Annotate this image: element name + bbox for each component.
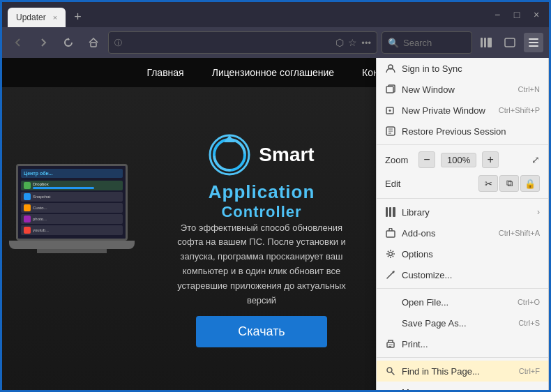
print-label: Print... (402, 339, 540, 349)
app-subtitle-2: Controller (221, 203, 301, 221)
open-file-shortcut: Ctrl+O (518, 298, 540, 306)
svg-point-19 (389, 252, 393, 256)
svg-rect-15 (386, 207, 388, 217)
menu-item-options[interactable]: Options (377, 243, 548, 264)
sync-button[interactable] (500, 33, 520, 52)
search-icon: 🔍 (388, 38, 399, 48)
edit-icons: ✂ ⧉ 🔒 (478, 175, 540, 192)
addons-icon (385, 227, 396, 239)
private-window-shortcut: Ctrl+Shift+P (499, 106, 540, 114)
copy-button[interactable]: ⧉ (499, 175, 519, 192)
open-file-label: Open File... (402, 297, 512, 308)
customize-icon (385, 269, 396, 280)
zoom-expand-button[interactable]: ⤢ (531, 154, 540, 165)
restore-icon (385, 126, 396, 137)
svg-rect-18 (386, 231, 395, 237)
menu-item-addons[interactable]: Add-ons Ctrl+Shift+A (377, 223, 548, 243)
menu-item-find[interactable]: Find in This Page... Ctrl+F (377, 361, 548, 382)
security-icon: ⓘ (114, 38, 122, 48)
window-controls: − □ × (490, 8, 543, 22)
app-subtitle-1: Application (209, 181, 315, 203)
menu-item-more[interactable]: More › (377, 382, 548, 392)
browser-menu: Sign in to Sync New Window Ctrl+N New Pr… (376, 58, 549, 392)
svg-rect-16 (389, 207, 391, 217)
menu-item-customize[interactable]: Customize... (377, 264, 548, 285)
menu-item-private-window[interactable]: New Private Window Ctrl+Shift+P (377, 100, 548, 121)
menu-item-print[interactable]: Print... (377, 333, 548, 354)
private-window-icon (385, 105, 396, 116)
zoom-minus-button[interactable]: − (418, 151, 435, 168)
cut-button[interactable]: ✂ (478, 175, 498, 192)
addons-label: Add-ons (402, 228, 493, 239)
save-page-shortcut: Ctrl+S (518, 319, 540, 327)
active-tab[interactable]: Updater × (8, 8, 66, 27)
menu-divider-4 (377, 357, 548, 358)
laptop-stand (37, 249, 107, 253)
tab-close-button[interactable]: × (53, 13, 57, 22)
zoom-value: 100% (441, 153, 476, 167)
svg-rect-3 (488, 38, 492, 47)
laptop-base (9, 241, 135, 249)
reload-button[interactable] (58, 32, 79, 53)
zoom-label: Zoom (385, 155, 413, 165)
svg-rect-5 (529, 38, 538, 40)
options-label: Options (402, 249, 540, 259)
find-label: Find in This Page... (402, 366, 513, 377)
back-button[interactable] (8, 32, 29, 53)
download-button[interactable]: Скачать (196, 316, 327, 347)
svg-rect-23 (388, 346, 391, 347)
laptop-screen: Центр обн... Dropbox Sna (16, 164, 128, 241)
menu-divider-3 (377, 288, 548, 289)
menu-item-restore-session[interactable]: Restore Previous Session (377, 121, 548, 142)
menu-item-open-file[interactable]: Open File... Ctrl+O (377, 292, 548, 312)
search-box[interactable]: 🔍 (382, 31, 472, 54)
zoom-control: Zoom − 100% + ⤢ (377, 148, 548, 172)
library-button[interactable] (476, 33, 496, 52)
more-menu-icon (385, 386, 396, 392)
save-page-label: Save Page As... (402, 318, 513, 329)
tab-area: Updater × + (8, 2, 87, 27)
more-label: More (402, 387, 531, 393)
library-menu-icon (385, 206, 396, 218)
open-file-icon (385, 296, 396, 308)
title-bar: Updater × + − □ × (2, 2, 549, 27)
menu-item-save-page[interactable]: Save Page As... Ctrl+S (377, 312, 548, 333)
menu-divider-2 (377, 198, 548, 199)
menu-item-library[interactable]: Library › (377, 202, 548, 223)
find-icon (385, 365, 396, 377)
menu-button[interactable] (524, 33, 543, 52)
more-icon[interactable]: ••• (361, 38, 371, 48)
more-arrow: › (537, 387, 540, 392)
close-button[interactable]: × (529, 8, 543, 22)
nav-license-link[interactable]: Лицензионное соглашение (212, 67, 334, 78)
zoom-plus-button[interactable]: + (482, 151, 499, 168)
nav-home-link[interactable]: Главная (146, 67, 183, 78)
search-input[interactable] (403, 38, 466, 48)
menu-divider-1 (377, 144, 548, 145)
bookmark-icon[interactable]: ☆ (348, 37, 357, 48)
address-bar[interactable]: ⓘ ⬡ ☆ ••• (108, 31, 377, 54)
new-window-shortcut: Ctrl+N (518, 85, 540, 93)
paste-button[interactable]: 🔒 (520, 175, 540, 192)
app-logo-row: Smart (209, 134, 314, 176)
library-arrow: › (537, 207, 540, 217)
restore-session-label: Restore Previous Session (402, 126, 540, 137)
svg-rect-1 (481, 38, 483, 47)
new-tab-button[interactable]: + (68, 7, 87, 27)
pocket-icon[interactable]: ⬡ (335, 37, 344, 48)
private-window-label: New Private Window (402, 105, 493, 116)
menu-item-signin[interactable]: Sign in to Sync (377, 58, 548, 79)
home-button[interactable] (83, 32, 104, 53)
svg-rect-2 (484, 38, 486, 47)
new-window-label: New Window (402, 84, 513, 95)
svg-rect-22 (388, 345, 393, 345)
svg-rect-7 (529, 45, 538, 47)
minimize-button[interactable]: − (490, 8, 504, 22)
laptop-illustration: Центр обн... Dropbox Sna (2, 164, 142, 317)
signin-label: Sign in to Sync (402, 63, 540, 74)
maximize-button[interactable]: □ (510, 8, 524, 22)
address-bar-icons: ⬡ ☆ (335, 37, 357, 48)
menu-item-new-window[interactable]: New Window Ctrl+N (377, 79, 548, 100)
library-label: Library (402, 207, 531, 218)
forward-button[interactable] (33, 32, 54, 53)
